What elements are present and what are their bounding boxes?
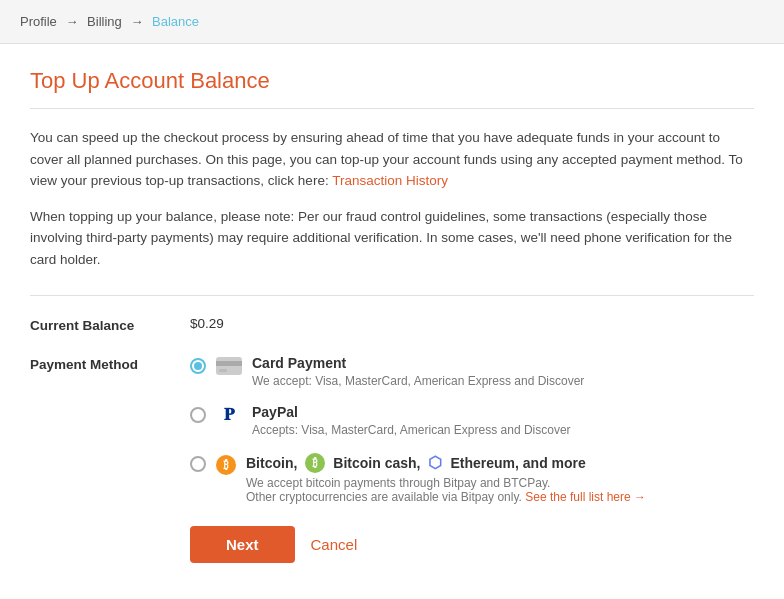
payment-option-card[interactable]: Card Payment We accept: Visa, MasterCard… (190, 355, 646, 388)
crypto-subtitle2: Other cryptocurrencies are available via… (246, 490, 646, 504)
radio-crypto[interactable] (190, 456, 206, 472)
paypal-title: PayPal (252, 404, 571, 420)
divider (30, 295, 754, 296)
crypto-title: Bitcoin, ₿ Bitcoin cash, ⬡ Ethereum, and… (246, 453, 646, 473)
btc-icon: ₿ (216, 455, 236, 475)
payment-option-paypal[interactable]: 𝐏 PayPal Accepts: Visa, MasterCard, Amer… (190, 404, 646, 437)
current-balance-value: $0.29 (190, 316, 224, 331)
payment-option-crypto[interactable]: ₿ Bitcoin, ₿ Bitcoin cash, ⬡ Ethereum, a… (190, 453, 646, 504)
cancel-button[interactable]: Cancel (311, 536, 358, 553)
payment-method-row: Payment Method Card Payment We accept: V… (30, 355, 754, 504)
breadcrumb-arrow-1: → (65, 14, 78, 29)
breadcrumb-billing[interactable]: Billing (87, 14, 122, 29)
breadcrumb: Profile → Billing → Balance (20, 14, 764, 29)
crypto-subtitle1: We accept bitcoin payments through Bitpa… (246, 476, 646, 490)
svg-rect-1 (216, 361, 242, 366)
current-balance-label: Current Balance (30, 316, 190, 333)
card-title: Card Payment (252, 355, 584, 371)
payment-options: Card Payment We accept: Visa, MasterCard… (190, 355, 646, 504)
current-balance-row: Current Balance $0.29 (30, 316, 754, 333)
next-button[interactable]: Next (190, 526, 295, 563)
breadcrumb-profile[interactable]: Profile (20, 14, 57, 29)
see-full-list-link[interactable]: See the full list here → (525, 490, 646, 504)
card-subtitle: We accept: Visa, MasterCard, American Ex… (252, 374, 584, 388)
card-icon (216, 356, 242, 376)
crypto-icons: ₿ (216, 455, 236, 475)
paypal-details: PayPal Accepts: Visa, MasterCard, Americ… (252, 404, 571, 437)
payment-method-label: Payment Method (30, 355, 190, 372)
bch-icon: ₿ (305, 453, 325, 473)
crypto-details: Bitcoin, ₿ Bitcoin cash, ⬡ Ethereum, and… (246, 453, 646, 504)
paypal-subtitle: Accepts: Visa, MasterCard, American Expr… (252, 423, 571, 437)
transaction-history-link[interactable]: Transaction History (332, 173, 448, 188)
page-title: Top Up Account Balance (30, 68, 754, 109)
card-details: Card Payment We accept: Visa, MasterCard… (252, 355, 584, 388)
button-row: Next Cancel (30, 526, 754, 563)
svg-rect-2 (219, 369, 227, 372)
description-text: You can speed up the checkout process by… (30, 127, 754, 192)
fraud-note-text: When topping up your balance, please not… (30, 206, 754, 271)
radio-paypal[interactable] (190, 407, 206, 423)
radio-card[interactable] (190, 358, 206, 374)
paypal-icon: 𝐏 (216, 405, 242, 425)
breadcrumb-balance: Balance (152, 14, 199, 29)
breadcrumb-arrow-2: → (130, 14, 143, 29)
eth-icon: ⬡ (428, 453, 442, 472)
